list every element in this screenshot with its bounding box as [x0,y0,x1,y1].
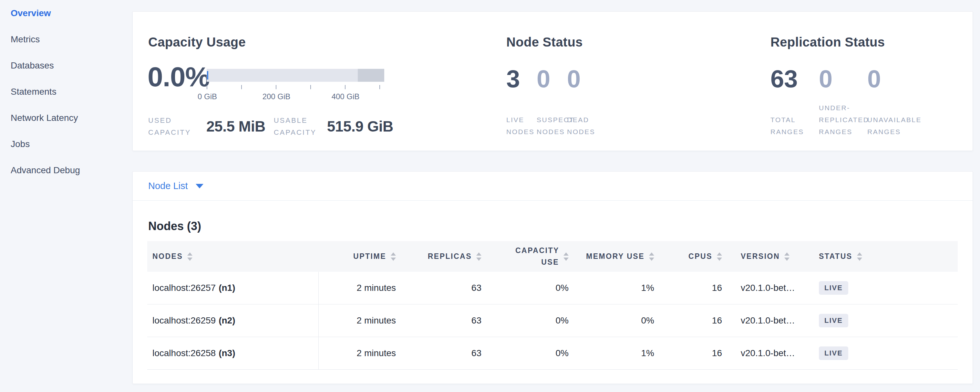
capacity-gauge-used-marker [207,71,208,80]
memory-use-cell: 1% [569,337,654,370]
cpus-cell: 16 [654,337,722,370]
sidebar-item-statements[interactable]: Statements [0,78,132,105]
column-header-uptime[interactable]: UPTIME [319,252,396,261]
node-address: localhost:26259 [153,316,216,326]
sidebar-item-jobs[interactable]: Jobs [0,131,132,157]
node-list-card: Node List Nodes (3) NODES UPTIME REPLICA… [132,171,973,384]
cpus-cell: 16 [654,272,722,304]
column-header-status[interactable]: STATUS [801,252,958,261]
total-ranges-stat: 63 TOTAL RANGES [770,67,819,138]
status-cell: LIVE [801,272,958,304]
axis-tick [241,85,242,89]
status-badge: LIVE [819,346,848,360]
unavailable-ranges-label: UNAVAILABLE RANGES [867,98,926,138]
axis-tick-label: 0 GiB [197,92,217,101]
nodes-table: NODES UPTIME REPLICAS CAPACITY USE MEMOR… [147,241,958,370]
version-cell: v20.1.0-bet… [722,272,801,304]
column-label: REPLICAS [428,252,472,261]
capacity-use-cell: 0% [482,304,569,337]
sort-icon [857,252,862,261]
replicas-cell: 63 [396,272,482,304]
node-address: localhost:26257 [153,283,216,293]
sort-icon [717,252,722,261]
total-ranges-count: 63 [770,67,819,91]
sidebar-item-overview[interactable]: Overview [0,0,132,26]
under-replicated-ranges-stat: 0 UNDER-REPLICATED RANGES [819,67,867,138]
sort-icon [563,252,569,261]
live-nodes-count: 3 [506,67,537,91]
capacity-used-percent: 0.0% [148,63,210,91]
column-label: MEMORY USE [586,252,644,261]
uptime-cell: 2 minutes [319,337,396,370]
total-ranges-label: TOTAL RANGES [770,98,808,138]
column-header-cpus[interactable]: CPUS [654,252,722,261]
status-cell: LIVE [801,337,958,370]
status-cell: LIVE [801,304,958,337]
column-label: STATUS [819,252,853,261]
column-label: VERSION [741,252,780,261]
axis-tick [310,85,311,89]
sort-icon [784,252,789,261]
replication-stats: 63 TOTAL RANGES 0 UNDER-REPLICATED RANGE… [770,67,926,138]
table-row[interactable]: localhost:26257 (n1) 2 minutes 63 0% 1% … [147,272,958,304]
replicas-cell: 63 [396,304,482,337]
axis-tick-label: 400 GiB [332,92,360,101]
node-cell: localhost:26257 (n1) [147,272,319,304]
sidebar-item-advanced-debug[interactable]: Advanced Debug [0,157,132,183]
column-header-replicas[interactable]: REPLICAS [396,252,482,261]
node-status-stats: 3 LIVE NODES 0 SUSPECT NODES 0 DEAD NODE… [506,67,597,138]
sort-icon [649,252,654,261]
under-replicated-ranges-count: 0 [819,67,867,91]
view-selector-strip: Node List [133,172,972,201]
table-row[interactable]: localhost:26259 (n2) 2 minutes 63 0% 0% … [147,304,958,337]
table-row[interactable]: localhost:26258 (n3) 2 minutes 63 0% 1% … [147,337,958,370]
column-label: CPUS [689,252,712,261]
memory-use-cell: 1% [569,272,654,304]
suspect-nodes-count: 0 [537,67,567,91]
node-id: (n1) [219,283,235,293]
sidebar-item-network-latency[interactable]: Network Latency [0,105,132,131]
sidebar-item-metrics[interactable]: Metrics [0,26,132,53]
node-address: localhost:26258 [153,348,216,359]
sidebar: Overview Metrics Databases Statements Ne… [0,0,132,183]
column-header-memory-use[interactable]: MEMORY USE [569,252,654,261]
used-capacity-value: 25.5 MiB [206,118,266,135]
nodes-table-header: NODES UPTIME REPLICAS CAPACITY USE MEMOR… [147,241,958,272]
sidebar-item-databases[interactable]: Databases [0,53,132,78]
node-list-dropdown-label: Node List [148,181,188,191]
cluster-summary-card: Capacity Usage 0.0% 0 GiB 200 GiB 400 Gi… [132,11,973,151]
column-label: CAPACITY USE [515,245,559,268]
usable-capacity-value: 515.9 GiB [327,118,393,135]
node-list-dropdown[interactable]: Node List [148,181,204,191]
axis-tick-label: 200 GiB [262,92,291,101]
nodes-heading: Nodes (3) [148,220,201,233]
column-header-nodes[interactable]: NODES [147,252,319,261]
unavailable-ranges-count: 0 [867,67,926,91]
uptime-cell: 2 minutes [319,304,396,337]
suspect-nodes-stat: 0 SUSPECT NODES [537,67,567,138]
column-label: UPTIME [353,252,386,261]
node-cell: localhost:26258 (n3) [147,337,319,370]
axis-tick [207,85,207,89]
column-header-capacity-use[interactable]: CAPACITY USE [482,245,569,268]
dead-nodes-label: DEAD NODES [567,98,597,138]
cpus-cell: 16 [654,304,722,337]
node-id: (n3) [219,348,235,359]
used-capacity-label: USED CAPACITY [148,115,206,138]
capacity-usage-title: Capacity Usage [148,35,246,49]
version-cell: v20.1.0-bet… [722,304,801,337]
column-header-version[interactable]: VERSION [722,252,801,261]
dead-nodes-count: 0 [567,67,597,91]
capacity-use-cell: 0% [482,272,569,304]
capacity-stats: USED CAPACITY 25.5 MiB USABLE CAPACITY 5… [148,115,402,138]
sort-icon [391,252,396,261]
node-id: (n2) [219,316,235,326]
replication-status-title: Replication Status [770,35,885,49]
chevron-down-icon [196,184,204,188]
status-badge: LIVE [819,281,848,295]
capacity-gauge-reserved-segment [358,69,384,82]
live-nodes-label: LIVE NODES [506,98,537,138]
under-replicated-ranges-label: UNDER-REPLICATED RANGES [819,98,867,138]
unavailable-ranges-stat: 0 UNAVAILABLE RANGES [867,67,926,138]
axis-tick [345,85,345,89]
